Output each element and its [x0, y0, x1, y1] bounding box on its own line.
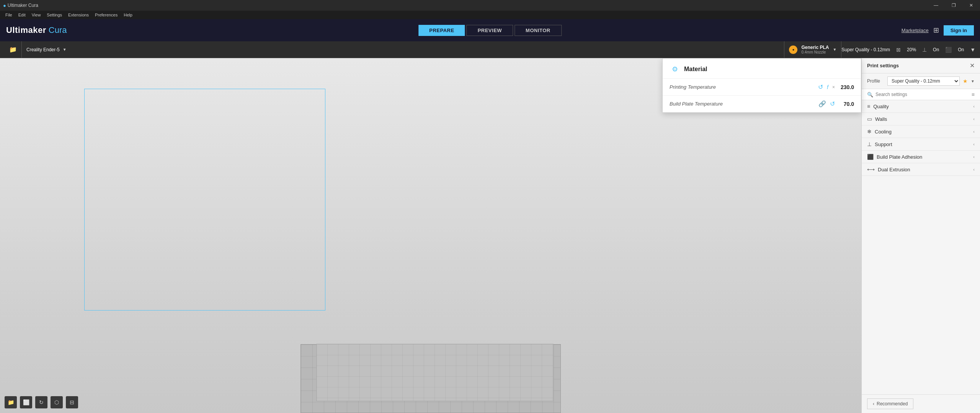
material-card-icon: ⚙: [670, 64, 680, 75]
search-icon: 🔍: [867, 92, 873, 98]
category-walls[interactable]: ▭ Walls ‹: [862, 113, 980, 125]
cat-chevron-dual-extrusion: ‹: [973, 167, 975, 172]
recommended-section: ‹ Recommended: [862, 394, 980, 413]
profile-select[interactable]: Super Quality - 0.12mm: [887, 76, 960, 86]
settings-list: ≡ Quality ‹ ▭ Walls ‹ ❄ Cooling ‹ ⊥ Supp…: [862, 100, 980, 394]
cat-chevron-support: ‹: [973, 142, 975, 146]
marketplace-button[interactable]: Marketplace: [902, 28, 929, 33]
category-build-plate-adhesion[interactable]: ⬛ Build Plate Adhesion ‹: [862, 151, 980, 163]
cat-label-quality: Quality: [873, 104, 973, 109]
refresh-plate-icon[interactable]: ↺: [830, 100, 835, 107]
cat-label-support: Support: [875, 141, 973, 147]
build-plate-temperature-actions: 🔗 ↺: [818, 100, 835, 107]
search-input[interactable]: [875, 92, 969, 97]
link-icon[interactable]: 🔗: [818, 100, 826, 107]
category-cooling[interactable]: ❄ Cooling ‹: [862, 125, 980, 138]
menu-item-extensions[interactable]: Extensions: [65, 12, 92, 18]
category-dual-extrusion[interactable]: ⟷ Dual Extrusion ‹: [862, 163, 980, 176]
cat-label-walls: Walls: [875, 116, 973, 122]
material-chevron[interactable]: ▼: [833, 47, 836, 52]
print-settings-header: Print settings ✕: [862, 58, 980, 73]
minimize-button[interactable]: —: [927, 0, 945, 11]
cat-icon-walls: ▭: [867, 116, 872, 122]
quality-label: Super Quality - 0.12mm: [841, 47, 890, 52]
folder-icon[interactable]: 📁: [9, 46, 17, 53]
nozzle-size: 0.4mm Nozzle: [801, 50, 829, 54]
profile-star-icon[interactable]: ★: [963, 78, 968, 84]
print-settings-close[interactable]: ✕: [970, 62, 975, 69]
infill-icon: ⊠: [896, 47, 901, 53]
grid-icon[interactable]: ⊞: [933, 26, 939, 34]
bottom-toolbar: 📁 ⬜ ↻ ⬡ ⊟: [5, 396, 78, 408]
profile-row: Profile Super Quality - 0.12mm ★ ▼: [862, 73, 980, 89]
cat-chevron-quality: ‹: [973, 104, 975, 109]
printer-chevron[interactable]: ▼: [63, 47, 67, 52]
restore-button[interactable]: ❐: [945, 0, 962, 11]
build-plate-surface: [301, 344, 561, 413]
recommended-label: Recommended: [877, 401, 908, 406]
material-card-title: Material: [684, 66, 707, 73]
menu-item-file[interactable]: File: [2, 12, 15, 18]
header-right: Marketplace ⊞ Sign in: [902, 25, 974, 36]
tab-prepare[interactable]: PREPARE: [418, 25, 465, 36]
app-icon: ●: [3, 3, 6, 8]
expand-settings-button[interactable]: ▼: [970, 47, 975, 53]
printer-name: Creality Ender-5: [26, 47, 60, 52]
material-card-header: ⚙ Material: [663, 59, 861, 79]
cat-icon-cooling: ❄: [867, 128, 872, 135]
adhesion-icon: ⬛: [945, 47, 952, 53]
build-plate-inner: [316, 344, 554, 401]
cat-chevron-walls: ‹: [973, 117, 975, 121]
right-panel: Print settings ✕ Profile Super Quality -…: [861, 58, 980, 413]
category-support[interactable]: ⊥ Support ‹: [862, 138, 980, 151]
formula-icon[interactable]: f: [827, 84, 828, 90]
profile-chevron-icon[interactable]: ▼: [971, 79, 975, 83]
logo-ultimaker: Ultimaker: [6, 25, 46, 35]
build-plate: [297, 329, 565, 413]
chevron-left-icon: ‹: [873, 401, 874, 406]
app-logo: Ultimaker Cura: [6, 25, 67, 35]
cat-chevron-cooling: ‹: [973, 129, 975, 134]
titlebar-title: Ultimaker Cura: [8, 3, 38, 8]
cat-icon-quality: ≡: [867, 103, 870, 109]
devicebar: 📁 Creality Ender-5 ▼ ● Generic PLA 0.4mm…: [0, 41, 980, 58]
recommended-button[interactable]: ‹ Recommended: [867, 398, 913, 409]
menu-lines-icon[interactable]: ≡: [972, 91, 975, 98]
refresh-temp-icon[interactable]: ↺: [818, 83, 823, 91]
category-quality[interactable]: ≡ Quality ‹: [862, 100, 980, 113]
menu-item-settings[interactable]: Settings: [44, 12, 65, 18]
model-outline: [84, 89, 325, 311]
printing-temperature-label: Printing Temperature: [670, 84, 818, 90]
adhesion-label: On: [958, 47, 964, 52]
rotate-tool[interactable]: ↻: [35, 396, 47, 408]
select-tool[interactable]: ⬜: [20, 396, 32, 408]
signin-button[interactable]: Sign in: [944, 25, 974, 36]
center-tabs: PREPARE PREVIEW MONITOR: [418, 25, 562, 36]
cat-icon-support: ⊥: [867, 141, 872, 147]
temp-separator: ×: [832, 85, 835, 90]
mirror-tool[interactable]: ⊟: [66, 396, 78, 408]
menu-item-help[interactable]: Help: [121, 12, 136, 18]
infill-pct: 20%: [907, 47, 916, 52]
file-section: 📁: [5, 41, 22, 58]
cat-label-cooling: Cooling: [875, 129, 973, 135]
scale-tool[interactable]: ⬡: [51, 396, 63, 408]
build-plate-temperature-label: Build Plate Temperature: [670, 101, 818, 107]
printing-temperature-value: 230.0: [835, 84, 854, 90]
support-icon: ⊥: [922, 47, 927, 53]
material-info: Generic PLA 0.4mm Nozzle: [801, 45, 829, 54]
open-file-tool[interactable]: 📁: [5, 396, 17, 408]
menu-item-preferences[interactable]: Preferences: [92, 12, 121, 18]
material-section: ● Generic PLA 0.4mm Nozzle ▼: [784, 41, 841, 58]
cat-label-build-plate-adhesion: Build Plate Adhesion: [877, 154, 973, 160]
tab-preview[interactable]: PREVIEW: [467, 25, 513, 36]
menu-item-edit[interactable]: Edit: [15, 12, 29, 18]
menubar: FileEditViewSettingsExtensionsPreference…: [0, 11, 980, 19]
tab-monitor[interactable]: MONITOR: [514, 25, 562, 36]
profile-label: Profile: [867, 78, 884, 84]
printing-temperature-row: Printing Temperature ↺ f × 230.0: [663, 79, 861, 96]
window-controls: — ❐ ✕: [927, 0, 980, 11]
build-plate-temperature-row: Build Plate Temperature 🔗 ↺ 70.0: [663, 96, 861, 112]
menu-item-view[interactable]: View: [29, 12, 44, 18]
close-button[interactable]: ✕: [962, 0, 980, 11]
